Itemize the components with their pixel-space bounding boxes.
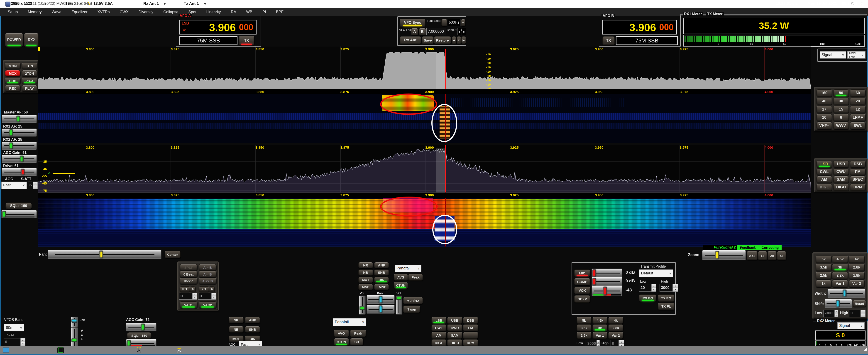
rx2-af-slider[interactable] bbox=[2, 142, 37, 150]
dsp1-anf-button[interactable]: ANF bbox=[374, 262, 389, 268]
caret-down-icon[interactable]: ▾ bbox=[164, 1, 166, 6]
resize-grip[interactable] bbox=[864, 348, 867, 351]
mode-digu-button[interactable]: DIGU bbox=[833, 184, 849, 191]
rx2mode-digl-button[interactable]: DIGL bbox=[431, 339, 446, 346]
vfo-b-band-display[interactable]: 75M SSB bbox=[616, 36, 678, 45]
txctl-2ton-button[interactable]: 2TON bbox=[22, 70, 37, 77]
rx2-sql-button[interactable]: SQL: -150 bbox=[127, 332, 152, 339]
menu-collapse[interactable]: Collapse bbox=[163, 10, 178, 14]
comp-button[interactable]: COMP bbox=[574, 278, 590, 285]
menu-cwx[interactable]: CWX bbox=[120, 10, 129, 14]
spin-up-icon[interactable]: ▲ bbox=[835, 309, 838, 313]
tx-eq-button[interactable]: TX EQ bbox=[658, 294, 675, 302]
rx2filter-2-8k-button[interactable]: 2.8k bbox=[608, 324, 623, 331]
zoom-2x-button[interactable]: 2x bbox=[768, 251, 777, 260]
filter-5k-button[interactable]: 5k bbox=[816, 256, 832, 263]
dsp1-snb-button[interactable]: SNB bbox=[374, 269, 389, 275]
rx2mode-drm-button[interactable]: DRM bbox=[463, 339, 478, 346]
rx1-filter-passband[interactable] bbox=[436, 148, 446, 193]
pan-thumb[interactable] bbox=[99, 250, 103, 258]
rx1-tune-line[interactable] bbox=[445, 145, 446, 193]
rit-zero-button[interactable]: 0 bbox=[190, 287, 195, 292]
rx2-vol-thumb[interactable] bbox=[71, 338, 78, 342]
spin-down-icon[interactable]: ▼ bbox=[651, 288, 656, 292]
band-stack-button[interactable]: ▼ bbox=[457, 36, 461, 44]
transmit-profile-select[interactable]: Default∨ bbox=[639, 269, 673, 277]
vfo-a-frequency-display[interactable]: LSB 3k 3.906 000 bbox=[179, 20, 256, 34]
tune-step-plus-button[interactable]: + bbox=[461, 19, 465, 26]
sql-slider[interactable] bbox=[1, 210, 37, 218]
peak-button[interactable]: Peak bbox=[408, 274, 423, 280]
master-af-thumb[interactable] bbox=[16, 116, 20, 122]
shift-thumb[interactable] bbox=[836, 300, 840, 307]
rx2mode-am-button[interactable]: AM bbox=[431, 332, 446, 339]
band-40-button[interactable]: 40 bbox=[816, 98, 832, 105]
tx-low-stepper[interactable]: 20▲▼ bbox=[639, 284, 656, 292]
mic-button[interactable]: MIC bbox=[574, 269, 590, 277]
mode-cwu-button[interactable]: CWU bbox=[833, 169, 849, 175]
rx-ant-button[interactable]: Rx Ant bbox=[400, 36, 421, 44]
rx2dsp-anf-button[interactable]: ANF bbox=[245, 317, 260, 323]
sub-rx-vol-thumb[interactable] bbox=[396, 296, 402, 300]
txctl-mon-button[interactable]: MON bbox=[5, 63, 21, 69]
rx1-af-thumb[interactable] bbox=[9, 129, 13, 136]
agc-gain-slider[interactable] bbox=[2, 155, 37, 163]
save-button[interactable]: Save bbox=[422, 36, 434, 44]
mic-gain-thumb[interactable] bbox=[592, 269, 596, 277]
zoom-1x-button[interactable]: 1x bbox=[758, 251, 767, 260]
menu-pi[interactable]: PI bbox=[262, 10, 266, 14]
swap-button[interactable]: Swap bbox=[403, 305, 420, 313]
rx2mode-dsb-button[interactable]: DSB bbox=[463, 317, 478, 324]
dsp1-nr-button[interactable]: NR bbox=[359, 262, 373, 268]
tune-step-minus-button[interactable]: - bbox=[441, 19, 447, 26]
rx2-pan-slider[interactable] bbox=[71, 317, 78, 327]
dsp1-mut-button[interactable]: MUT bbox=[359, 277, 373, 283]
rx-antenna[interactable]: Rx Ant 1 bbox=[143, 1, 159, 6]
rx1-spectrum[interactable]: 3.8003.8253.8503.8753.9003.9253.9503.975… bbox=[38, 145, 811, 193]
rx1-frequency-scale[interactable]: 3.8003.8253.8503.8753.9003.9253.9503.975… bbox=[38, 89, 811, 94]
rx1-sub-pan-slider[interactable] bbox=[367, 305, 395, 314]
ritgrid-splt-button[interactable]: SPLT bbox=[180, 264, 197, 271]
width-thumb[interactable] bbox=[843, 290, 846, 297]
filter-1k-button[interactable]: 1k bbox=[816, 280, 832, 287]
mode-fm-button[interactable]: FM bbox=[850, 169, 866, 175]
filter-2-5k-button[interactable]: 2.5k bbox=[816, 272, 832, 279]
mode-usb-button[interactable]: USB bbox=[833, 161, 849, 168]
rx2mode-sam-button[interactable]: SAM bbox=[447, 332, 462, 339]
tx-high-stepper[interactable]: 3000▲▼ bbox=[659, 284, 678, 292]
rx2-agc-gain-thumb[interactable] bbox=[141, 324, 145, 330]
spin-up-icon[interactable]: ▲ bbox=[861, 309, 866, 313]
caret-down-icon[interactable]: ▾ bbox=[44, 1, 46, 6]
rx2filter-3k-button[interactable]: 3k bbox=[592, 324, 608, 331]
rx2-meter-mode-select[interactable]: Signal∨ bbox=[837, 322, 865, 329]
rx2-vol-slider[interactable] bbox=[71, 327, 78, 348]
spin-up-icon[interactable]: ▲ bbox=[596, 340, 600, 344]
mode-sam-button[interactable]: SAM bbox=[833, 176, 849, 183]
filter-1-8k-button[interactable]: 1.8k bbox=[849, 272, 865, 279]
txctl-ps-a-button[interactable]: PS-A bbox=[22, 78, 37, 84]
drive-slider[interactable] bbox=[2, 168, 37, 176]
ritgrid-a-b-button[interactable]: A <> B bbox=[199, 278, 216, 284]
menu-equalizer[interactable]: Equalizer bbox=[71, 10, 88, 14]
master-af-slider[interactable] bbox=[2, 115, 37, 123]
vac2-button[interactable]: VAC2 bbox=[199, 301, 216, 308]
txctl-tun-button[interactable]: TUN bbox=[22, 63, 37, 69]
menu-diversity[interactable]: Diversity bbox=[138, 10, 153, 14]
mic-gain-slider[interactable] bbox=[591, 268, 622, 277]
satt-stepper[interactable]: 6▲▼ bbox=[28, 182, 38, 189]
rx2filter-3-5k-button[interactable]: 3.5k bbox=[577, 324, 591, 331]
zoom-4x-button[interactable]: 4x bbox=[777, 251, 786, 260]
band-up-button[interactable]: ▶ bbox=[461, 36, 466, 44]
rx2mode-usb-button[interactable]: USB bbox=[447, 317, 462, 324]
spin-up-icon[interactable]: ▲ bbox=[211, 293, 216, 296]
rx2-sql-thumb[interactable] bbox=[127, 340, 131, 346]
band-swl-button[interactable]: SWL bbox=[850, 122, 866, 129]
dexp-button[interactable]: DEXP bbox=[574, 295, 590, 302]
caret-down-icon[interactable]: ▾ bbox=[204, 1, 206, 6]
band-80-button[interactable]: 80 bbox=[833, 89, 849, 97]
rx2dsp-nr-button[interactable]: NR bbox=[228, 317, 244, 323]
filter-var-2-button[interactable]: Var 2 bbox=[849, 280, 865, 287]
tx-meter-mode-select[interactable]: Fwd Pwr∨ bbox=[847, 51, 866, 59]
multirx-button[interactable]: MultiRX bbox=[403, 297, 423, 304]
zoom-0-5x-button[interactable]: 0.5x bbox=[747, 251, 757, 260]
